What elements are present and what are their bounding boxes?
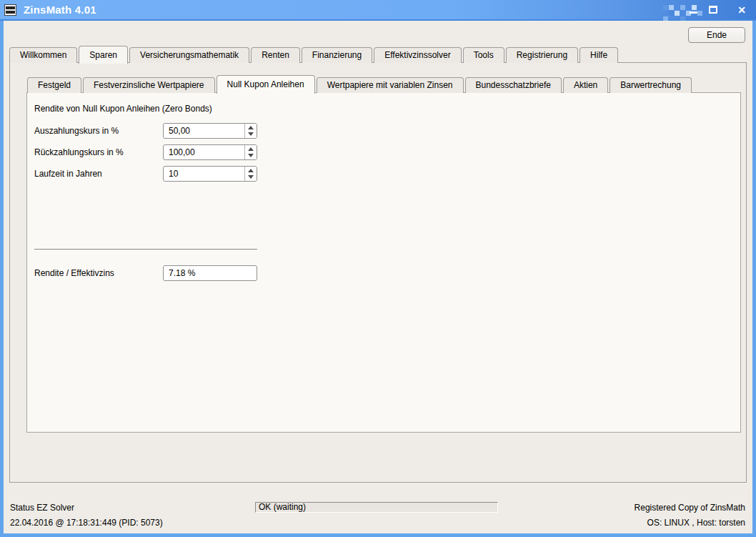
subtab-null-kupon-anleihen[interactable]: Null Kupon Anleihen <box>217 75 315 94</box>
tab-effektivzinssolver[interactable]: Effektivzinssolver <box>374 47 461 63</box>
auszahlungskurs-label: Auszahlungskurs in % <box>34 126 119 136</box>
ende-button[interactable]: Ende <box>688 27 745 43</box>
null-kupon-anleihen-panel <box>26 92 741 433</box>
auszahlungskurs-input[interactable] <box>164 124 244 138</box>
tab-willkommen[interactable]: Willkommen <box>9 47 77 63</box>
tab-hilfe[interactable]: Hilfe <box>580 47 618 63</box>
tab-tools[interactable]: Tools <box>463 47 504 63</box>
spin-down-icon[interactable] <box>248 154 254 157</box>
status-solver-label: Status EZ Solver <box>10 503 74 513</box>
spin-down-icon[interactable] <box>248 132 254 136</box>
rendite-field <box>163 265 257 281</box>
subtab-festgeld[interactable]: Festgeld <box>27 77 81 93</box>
sub-tabstrip: Festgeld Festverzinsliche Wertpapiere Nu… <box>27 74 693 93</box>
status-os-host: OS: LINUX , Host: torsten <box>647 518 745 528</box>
status-progress-field: OK (waiting) <box>255 502 498 513</box>
rueckzahlungskurs-spinbox <box>163 144 257 160</box>
form-divider <box>34 249 257 250</box>
status-registered: Registered Copy of ZinsMath <box>635 503 745 513</box>
app-body: Ende Willkommen Sparen Versicherungsmath… <box>0 21 756 537</box>
auszahlungskurs-spinbox <box>163 123 257 139</box>
rueckzahlungskurs-spin-buttons <box>244 145 257 159</box>
status-timestamp: 22.04.2016 @ 17:18:31:449 (PID: 5073) <box>10 518 163 528</box>
tab-renten[interactable]: Renten <box>251 47 300 63</box>
laufzeit-input[interactable] <box>164 167 244 181</box>
tab-sparen[interactable]: Sparen <box>79 46 128 64</box>
close-button[interactable]: ✕ <box>733 2 750 18</box>
rendite-label: Rendite / Effektivzins <box>34 268 114 278</box>
subtab-festverzinsliche-wertpapiere[interactable]: Festverzinsliche Wertpapiere <box>83 77 215 93</box>
subtab-barwertrechung[interactable]: Barwertrechung <box>610 77 692 93</box>
maximize-icon <box>709 6 717 14</box>
window-controls: ✕ <box>685 0 750 19</box>
minimize-button[interactable] <box>685 2 702 18</box>
form-heading: Rendite von Null Kupon Anleihen (Zero Bo… <box>34 104 212 114</box>
spin-down-icon[interactable] <box>248 175 254 179</box>
laufzeit-spinbox <box>163 166 257 182</box>
rueckzahlungskurs-input[interactable] <box>164 145 244 159</box>
tab-registrierung[interactable]: Registrierung <box>506 47 578 63</box>
titlebar: ZinsMath 4.01 ✕ <box>0 0 756 21</box>
close-icon: ✕ <box>737 5 746 15</box>
tab-finanzierung[interactable]: Finanzierung <box>302 47 372 63</box>
app-icon <box>4 4 16 16</box>
subtab-wertpapiere-mit-variablen-zinsen[interactable]: Wertpapiere mit variablen Zinsen <box>317 77 464 93</box>
maximize-button[interactable] <box>705 2 722 18</box>
spin-up-icon[interactable] <box>248 126 254 129</box>
minimize-icon <box>690 11 697 14</box>
laufzeit-spin-buttons <box>244 167 257 181</box>
subtab-aktien[interactable]: Aktien <box>563 77 608 93</box>
laufzeit-label: Laufzeit in Jahren <box>34 169 102 179</box>
window-title: ZinsMath 4.01 <box>24 4 96 16</box>
tab-versicherungsmathematik[interactable]: Versicherungsmathematik <box>129 47 249 63</box>
subtab-bundesschatzbriefe[interactable]: Bundesschatzbriefe <box>465 77 562 93</box>
rueckzahlungskurs-label: Rückzahlungskurs in % <box>34 147 124 157</box>
spin-up-icon[interactable] <box>248 169 254 172</box>
spin-up-icon[interactable] <box>248 147 254 151</box>
auszahlungskurs-spin-buttons <box>244 124 257 138</box>
main-tabstrip: Willkommen Sparen Versicherungsmathemati… <box>9 45 620 63</box>
app-window: ZinsMath 4.01 ✕ Ende Willkommen Sparen V… <box>0 0 756 537</box>
rendite-input[interactable] <box>164 266 257 280</box>
